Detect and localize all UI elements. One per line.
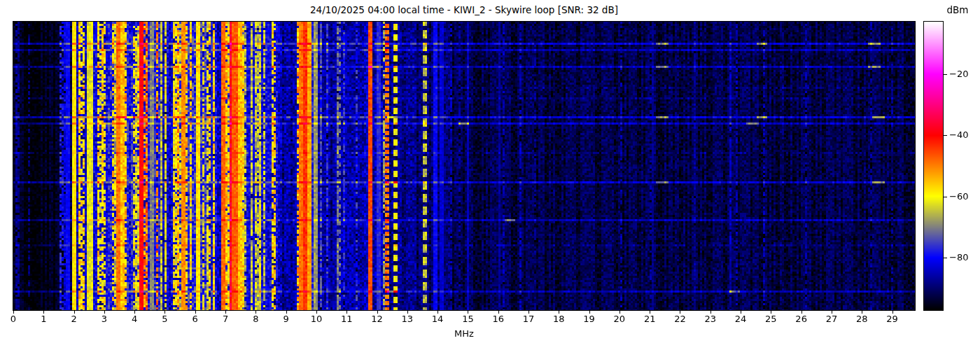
x-tick-mark <box>892 311 893 314</box>
x-tick-mark <box>407 311 408 314</box>
colorbar-tick-label: −40 <box>949 130 977 141</box>
x-tick-label: 7 <box>214 314 237 324</box>
x-tick-label: 24 <box>729 314 752 324</box>
x-tick-label: 6 <box>183 314 207 324</box>
x-tick-label: 27 <box>820 314 844 324</box>
x-tick-mark <box>316 311 317 314</box>
plot-title: 24/10/2025 04:00 local time - KIWI_2 - S… <box>13 4 915 16</box>
spectrogram-figure: 24/10/2025 04:00 local time - KIWI_2 - S… <box>0 0 980 350</box>
x-tick-label: 2 <box>62 314 86 324</box>
x-tick-mark <box>195 311 196 314</box>
colorbar-tick-label: −20 <box>949 69 977 80</box>
colorbar-tick-label: −80 <box>949 252 977 263</box>
x-tick-mark <box>134 311 135 314</box>
x-tick-label: 8 <box>244 314 267 324</box>
x-tick-mark <box>559 311 559 314</box>
x-tick-label: 25 <box>759 314 783 324</box>
x-tick-label: 29 <box>881 314 904 324</box>
x-tick-label: 9 <box>274 314 298 324</box>
x-tick-mark <box>438 311 438 314</box>
x-tick-label: 16 <box>486 314 510 324</box>
colorbar-tick-mark <box>944 135 947 136</box>
x-tick-mark <box>802 311 802 314</box>
x-tick-mark <box>74 311 75 314</box>
x-tick-label: 21 <box>638 314 662 324</box>
x-tick-mark <box>164 311 165 314</box>
x-tick-label: 1 <box>31 314 55 324</box>
colorbar-unit-label: dBm <box>938 4 977 16</box>
x-tick-label: 23 <box>699 314 722 324</box>
x-tick-label: 13 <box>396 314 419 324</box>
x-tick-label: 28 <box>850 314 874 324</box>
x-tick-mark <box>346 311 347 314</box>
x-tick-mark <box>771 311 771 314</box>
x-tick-mark <box>710 311 711 314</box>
x-tick-mark <box>225 311 226 314</box>
colorbar-tick-mark <box>944 197 947 197</box>
colorbar-tick-mark <box>944 258 947 258</box>
x-tick-label: 11 <box>335 314 358 324</box>
x-tick-mark <box>498 311 499 314</box>
x-tick-mark <box>255 311 256 314</box>
colorbar-tick-label: −60 <box>949 191 977 202</box>
x-tick-mark <box>528 311 529 314</box>
x-tick-mark <box>286 311 287 314</box>
x-tick-mark <box>741 311 741 314</box>
x-tick-label: 3 <box>92 314 116 324</box>
colorbar-gradient <box>924 22 943 310</box>
x-tick-label: 26 <box>790 314 813 324</box>
x-tick-mark <box>680 311 680 314</box>
x-tick-mark <box>832 311 832 314</box>
x-tick-label: 5 <box>153 314 176 324</box>
plot-area <box>13 21 916 311</box>
x-tick-mark <box>13 311 14 314</box>
colorbar-tick-mark <box>944 74 947 75</box>
x-tick-mark <box>468 311 468 314</box>
x-tick-label: 0 <box>1 314 25 324</box>
x-tick-label: 15 <box>456 314 479 324</box>
x-tick-label: 17 <box>517 314 540 324</box>
x-tick-mark <box>620 311 620 314</box>
x-tick-mark <box>104 311 105 314</box>
x-tick-label: 20 <box>608 314 631 324</box>
x-tick-label: 18 <box>547 314 570 324</box>
x-tick-label: 14 <box>426 314 449 324</box>
x-tick-mark <box>650 311 650 314</box>
x-tick-label: 4 <box>122 314 146 324</box>
x-tick-label: 22 <box>668 314 692 324</box>
x-axis-label: MHz <box>13 328 915 339</box>
x-tick-mark <box>377 311 378 314</box>
x-tick-mark <box>589 311 590 314</box>
x-tick-label: 10 <box>304 314 328 324</box>
x-tick-mark <box>43 311 44 314</box>
x-tick-mark <box>862 311 862 314</box>
x-tick-label: 12 <box>365 314 389 324</box>
spectrogram-heatmap <box>13 22 915 310</box>
x-tick-label: 19 <box>578 314 601 324</box>
colorbar <box>923 21 944 311</box>
